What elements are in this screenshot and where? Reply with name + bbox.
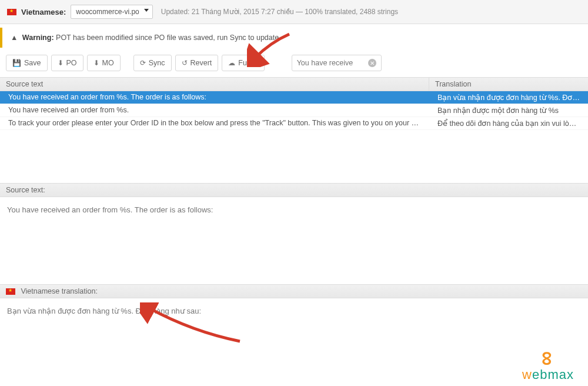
po-label: PO: [66, 59, 77, 67]
save-icon: 💾: [12, 59, 21, 67]
warning-icon: ▲: [11, 34, 18, 42]
chevron-down-icon: [144, 9, 149, 12]
infinity-icon: ∞: [541, 351, 555, 365]
toolbar: 💾 Save ⬇ PO ⬇ MO ⟳ Sync ↺ Revert ☁ Fuzzy…: [0, 55, 588, 77]
cell-translation: Bạn nhận được một đơn hàng từ %s: [429, 104, 588, 117]
filter-input[interactable]: [297, 59, 365, 67]
refresh-icon: ⟳: [140, 59, 146, 67]
mo-label: MO: [102, 59, 114, 67]
source-text-header: Source text:: [0, 183, 588, 197]
brand-w: w: [522, 367, 532, 382]
top-bar: Vietnamese: woocommerce-vi.po Updated: 2…: [0, 0, 588, 24]
brand-rest: ebmax: [532, 367, 574, 382]
download-icon: ⬇: [93, 59, 99, 67]
table-row[interactable]: You have received an order from %s. The …: [0, 91, 588, 104]
save-button[interactable]: 💾 Save: [6, 55, 48, 71]
sync-label: Sync: [149, 59, 165, 67]
flag-icon: [7, 9, 16, 15]
warning-banner: ▲ Warning: POT has been modified since P…: [0, 28, 588, 48]
po-button[interactable]: ⬇ PO: [51, 55, 83, 71]
undo-icon: ↺: [182, 59, 188, 67]
revert-button[interactable]: ↺ Revert: [175, 55, 219, 71]
revert-label: Revert: [191, 59, 212, 67]
language-label: Vietnamese:: [21, 8, 66, 16]
download-icon: ⬇: [58, 59, 64, 67]
file-select[interactable]: woocommerce-vi.po: [71, 5, 152, 19]
table-row[interactable]: You have received an order from %s. Bạn …: [0, 104, 588, 117]
flag-icon: [6, 288, 15, 295]
warning-label: Warning:: [22, 34, 54, 42]
file-select-value: woocommerce-vi.po: [76, 8, 139, 16]
column-header-source: Source text: [0, 78, 429, 91]
cell-translation: Bạn vừa nhận được đơn hàng từ %s. Đơn hà…: [429, 91, 588, 104]
translation-body[interactable]: Bạn vừa nhận được đơn hàng từ %s. Đơn hà…: [0, 298, 588, 362]
cloud-icon: ☁: [228, 59, 235, 67]
watermark-logo: ∞ webmax: [522, 352, 574, 382]
sync-button[interactable]: ⟳ Sync: [133, 55, 172, 71]
translation-rows: You have received an order from %s. The …: [0, 91, 588, 183]
warning-text: POT has been modified since PO file was …: [56, 34, 279, 42]
save-label: Save: [24, 59, 41, 67]
cell-source: You have received an order from %s.: [0, 104, 429, 117]
filter-box: ✕: [292, 55, 382, 71]
cell-source: To track your order please enter your Or…: [0, 117, 429, 129]
brand-text: webmax: [522, 367, 574, 382]
translation-header: Vietnamese translation:: [0, 284, 588, 298]
mo-button[interactable]: ⬇ MO: [87, 55, 121, 71]
table-row[interactable]: To track your order please enter your Or…: [0, 117, 588, 130]
updated-status: Updated: 21 Tháng Mười, 2015 7:27 chiều …: [161, 8, 398, 16]
translation-header-label: Vietnamese translation:: [21, 287, 97, 295]
fuzzy-label: Fuzzy: [238, 59, 258, 67]
cell-translation: Để theo dõi đơn hàng của bạn xin vui lòn…: [429, 117, 588, 129]
table-header: Source text Translation: [0, 77, 588, 91]
column-header-translation: Translation: [429, 78, 588, 91]
source-text-body[interactable]: You have received an order from %s. The …: [0, 197, 588, 284]
fuzzy-button[interactable]: ☁ Fuzzy: [222, 55, 264, 71]
clear-filter-button[interactable]: ✕: [368, 59, 376, 67]
cell-source: You have received an order from %s. The …: [0, 91, 429, 104]
